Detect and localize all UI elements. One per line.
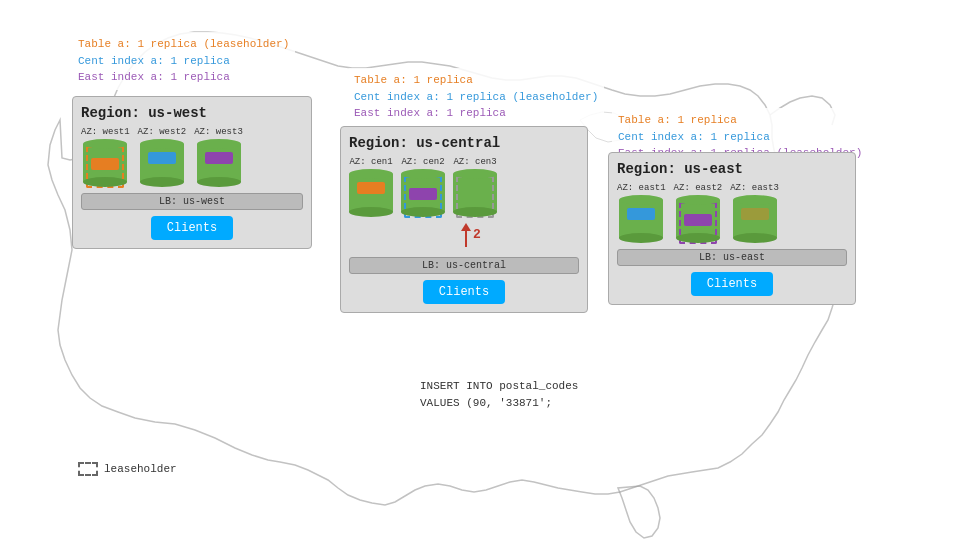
az-east2-label: AZ: east2: [674, 183, 723, 193]
az-row-east: AZ: east1 AZ: east2 AZ: e: [617, 183, 847, 243]
info-central-line1: Table a: 1 replica: [354, 72, 598, 89]
cylinder-west1: [83, 139, 127, 187]
info-east-line2: Cent index a: 1 replica: [618, 129, 862, 146]
az-cen2-label: AZ: cen2: [401, 157, 444, 167]
stripe-blue-west2: [148, 152, 176, 164]
az-west2-label: AZ: west2: [138, 127, 187, 137]
cyl-bottom-west3: [197, 177, 241, 187]
region-west-title: Region: us-west: [81, 105, 303, 121]
info-box-west: Table a: 1 replica (leaseholder) Cent in…: [72, 32, 295, 90]
az-east1: AZ: east1: [617, 183, 666, 243]
cylinder-east2: [676, 195, 720, 243]
stripe-orange-cen1: [357, 182, 385, 194]
cyl-bottom-west1: [83, 177, 127, 187]
cyl-bottom-cen2: [401, 207, 445, 217]
stripe-orange-faint-east3: [741, 208, 769, 220]
region-east-title: Region: us-east: [617, 161, 847, 177]
cyl-bottom-west2: [140, 177, 184, 187]
info-west-line3: East index a: 1 replica: [78, 69, 289, 86]
cylinder-east3: [733, 195, 777, 243]
cyl-top-cen2: [401, 169, 445, 179]
cyl-top-east1: [619, 195, 663, 205]
cyl-top-west1: [83, 139, 127, 149]
info-east-line1: Table a: 1 replica: [618, 112, 862, 129]
cylinder-east1: [619, 195, 663, 243]
cyl-top-west2: [140, 139, 184, 149]
az-west1: AZ: west1: [81, 127, 130, 187]
cyl-bottom-east3: [733, 233, 777, 243]
region-east-panel: Region: us-east AZ: east1 AZ: east2: [608, 152, 856, 305]
cyl-top-cen3: [453, 169, 497, 179]
cylinder-cen1: [349, 169, 393, 217]
az-cen3: AZ: cen3: [453, 157, 497, 217]
cyl-top-east3: [733, 195, 777, 205]
cylinder-cen3: [453, 169, 497, 217]
lb-east: LB: us-east: [617, 249, 847, 266]
clients-central-button[interactable]: Clients: [423, 280, 505, 304]
cyl-bottom-east2: [676, 233, 720, 243]
region-central-panel: Region: us-central AZ: cen1 AZ: cen2: [340, 126, 588, 313]
info-central-line3: East index a: 1 replica: [354, 105, 598, 122]
sql-line2: VALUES (90, '33871';: [420, 395, 578, 412]
info-west-line2: Cent index a: 1 replica: [78, 53, 289, 70]
clients-west-button[interactable]: Clients: [151, 216, 233, 240]
region-west-panel: Region: us-west AZ: west1 AZ: west2: [72, 96, 312, 249]
cyl-bottom-east1: [619, 233, 663, 243]
cylinder-west2: [140, 139, 184, 187]
arrow-head: [461, 223, 471, 231]
stripe-purple-west3: [205, 152, 233, 164]
legend-label: leaseholder: [104, 463, 177, 475]
az-east1-label: AZ: east1: [617, 183, 666, 193]
stripe-blue-east1: [627, 208, 655, 220]
cylinder-west3: [197, 139, 241, 187]
sql-block: INSERT INTO postal_codes VALUES (90, '33…: [420, 378, 578, 411]
az-east3-label: AZ: east3: [730, 183, 779, 193]
az-row-west: AZ: west1 AZ: west2 AZ: w: [81, 127, 303, 187]
cyl-bottom-cen3: [453, 207, 497, 217]
info-box-central: Table a: 1 replica Cent index a: 1 repli…: [348, 68, 604, 126]
cyl-top-cen1: [349, 169, 393, 179]
az-west3: AZ: west3: [194, 127, 243, 187]
az-west1-label: AZ: west1: [81, 127, 130, 137]
legend-icon: [78, 462, 98, 476]
az-cen1-label: AZ: cen1: [349, 157, 392, 167]
sql-line1: INSERT INTO postal_codes: [420, 378, 578, 395]
legend: leaseholder: [78, 462, 177, 476]
az-west3-label: AZ: west3: [194, 127, 243, 137]
az-cen2: AZ: cen2: [401, 157, 445, 217]
cylinder-cen2: [401, 169, 445, 217]
cyl-bottom-cen1: [349, 207, 393, 217]
arrow-label: 2: [473, 227, 481, 242]
az-east3: AZ: east3: [730, 183, 779, 243]
cyl-top-west3: [197, 139, 241, 149]
az-west2: AZ: west2: [138, 127, 187, 187]
az-cen1: AZ: cen1: [349, 157, 393, 217]
lb-central: LB: us-central: [349, 257, 579, 274]
info-central-line2: Cent index a: 1 replica (leaseholder): [354, 89, 598, 106]
lb-west: LB: us-west: [81, 193, 303, 210]
az-east2: AZ: east2: [674, 183, 723, 243]
info-west-line1: Table a: 1 replica (leaseholder): [78, 36, 289, 53]
cyl-top-east2: [676, 195, 720, 205]
clients-east-button[interactable]: Clients: [691, 272, 773, 296]
az-cen3-label: AZ: cen3: [453, 157, 496, 167]
arrow-stem: [465, 231, 467, 247]
region-central-title: Region: us-central: [349, 135, 579, 151]
az-row-central: AZ: cen1 AZ: cen2 AZ: cen: [349, 157, 579, 217]
